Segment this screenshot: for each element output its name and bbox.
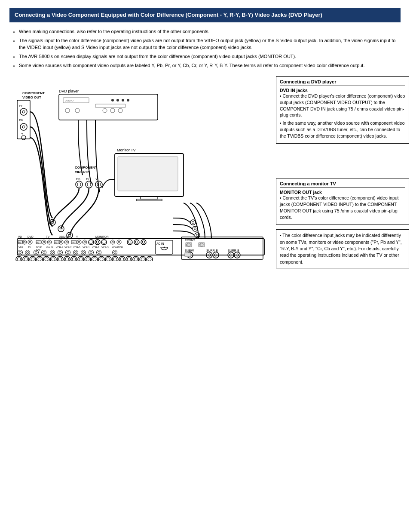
- svg-point-165: [113, 258, 117, 261]
- svg-point-83: [84, 241, 86, 243]
- svg-text:MONITOR: MONITOR: [112, 246, 123, 249]
- svg-point-65: [29, 241, 31, 243]
- svg-text:COMPONENT: COMPONENT: [75, 166, 97, 169]
- svg-point-48: [192, 221, 194, 223]
- svg-text:VD: VD: [18, 235, 22, 238]
- svg-point-151: [65, 258, 69, 261]
- svg-point-86: [95, 240, 100, 245]
- svg-point-153: [72, 258, 76, 261]
- svg-point-38: [87, 183, 91, 186]
- dvd-box-text1: • Connect the DVD player's color differe…: [280, 93, 405, 118]
- svg-rect-190: [185, 252, 191, 257]
- svg-point-50: [194, 228, 196, 230]
- svg-point-154: [78, 256, 84, 261]
- svg-point-18: [127, 99, 129, 101]
- svg-point-146: [50, 256, 56, 261]
- svg-point-5: [22, 111, 25, 113]
- svg-text:DVD player: DVD player: [59, 89, 79, 93]
- svg-point-97: [135, 241, 138, 243]
- svg-text:VCR-1: VCR-1: [83, 246, 90, 249]
- svg-point-171: [134, 258, 138, 261]
- svg-point-95: [129, 241, 131, 243]
- monitor-info-box: Connecting a monitor TV MONITOR OUT jack…: [276, 178, 409, 225]
- svg-point-143: [38, 258, 41, 261]
- svg-point-160: [98, 256, 104, 261]
- bullets-section: When making connections, also refer to t…: [9, 28, 401, 69]
- svg-point-148: [57, 256, 63, 261]
- svg-text:SURR-B: SURR-B: [206, 249, 218, 252]
- svg-point-134: [113, 250, 117, 255]
- svg-text:VCR-3: VCR-3: [73, 246, 80, 249]
- svg-point-138: [23, 256, 29, 261]
- svg-point-113: [19, 251, 21, 253]
- svg-point-169: [127, 258, 131, 261]
- monitor-box-text: • Connect the TV's color difference (com…: [280, 195, 405, 220]
- svg-point-161: [100, 258, 103, 261]
- svg-point-118: [42, 250, 46, 255]
- svg-point-8: [22, 126, 25, 128]
- svg-point-120: [50, 250, 55, 255]
- svg-point-76: [64, 240, 69, 244]
- svg-point-141: [31, 258, 34, 261]
- svg-rect-29: [136, 199, 162, 201]
- svg-text:DVD: DVD: [28, 235, 34, 238]
- svg-point-163: [107, 258, 110, 261]
- svg-point-174: [147, 256, 153, 261]
- svg-point-137: [17, 258, 21, 261]
- bullet-1: When making connections, also refer to t…: [19, 28, 401, 35]
- diagram-left: COMPONENT VIDEO OUT Pr Pb Y: [9, 76, 272, 268]
- svg-rect-27: [118, 157, 178, 191]
- svg-point-71: [49, 241, 50, 243]
- svg-point-121: [52, 251, 54, 253]
- svg-text:VCR-2: VCR-2: [64, 246, 72, 249]
- svg-point-84: [89, 240, 94, 245]
- svg-text:VIDEO IN: VIDEO IN: [75, 170, 90, 174]
- svg-text:VDP: VDP: [18, 246, 24, 249]
- bullet-2: The signals input to the color differenc…: [19, 37, 401, 51]
- svg-point-144: [43, 256, 49, 261]
- note-box: • The color difference input jacks may b…: [276, 229, 409, 268]
- svg-point-4: [20, 108, 27, 115]
- svg-point-157: [86, 258, 89, 261]
- svg-point-37: [86, 181, 92, 188]
- svg-point-15: [111, 99, 114, 101]
- svg-point-123: [59, 251, 61, 253]
- svg-text:SURR-B: SURR-B: [228, 249, 239, 252]
- svg-point-128: [81, 250, 86, 255]
- svg-point-94: [127, 240, 132, 245]
- svg-text:SAT: SAT: [36, 249, 41, 251]
- svg-point-88: [101, 240, 107, 245]
- svg-point-145: [45, 258, 48, 261]
- bullet-4: Some video sources with component video …: [19, 62, 401, 69]
- dvd-box-text2: • In the same way, another video source …: [280, 120, 405, 139]
- svg-rect-12: [59, 94, 158, 120]
- svg-point-23: [110, 108, 115, 113]
- svg-point-149: [58, 258, 62, 261]
- svg-point-158: [92, 256, 98, 261]
- diagram-right: Connecting a DVD player DVD IN jacks • C…: [272, 76, 409, 268]
- svg-point-75: [60, 241, 62, 243]
- dvd-info-box: Connecting a DVD player DVD IN jacks • C…: [276, 76, 409, 144]
- svg-text:TV: TV: [46, 235, 50, 238]
- svg-text:VIDEO OUT: VIDEO OUT: [22, 95, 41, 99]
- svg-point-96: [134, 240, 139, 245]
- svg-text:DBS/SAT: DBS/SAT: [59, 235, 70, 238]
- svg-point-98: [141, 240, 146, 245]
- svg-point-126: [73, 250, 78, 255]
- svg-point-178: [164, 246, 165, 248]
- svg-point-125: [67, 251, 69, 253]
- svg-point-47: [190, 220, 196, 225]
- svg-point-159: [93, 258, 96, 261]
- header-title: Connecting a Video Component Equipped wi…: [15, 12, 322, 18]
- svg-point-129: [83, 251, 85, 253]
- svg-point-162: [105, 256, 111, 261]
- svg-point-150: [64, 256, 70, 261]
- diagram-svg: COMPONENT VIDEO OUT Pr Pb Y: [9, 76, 272, 261]
- svg-point-122: [58, 250, 63, 255]
- svg-text:Pb: Pb: [19, 118, 23, 122]
- svg-point-170: [133, 256, 139, 261]
- svg-point-124: [66, 250, 70, 255]
- svg-point-166: [119, 256, 125, 261]
- svg-point-115: [27, 251, 29, 253]
- svg-point-21: [75, 108, 80, 113]
